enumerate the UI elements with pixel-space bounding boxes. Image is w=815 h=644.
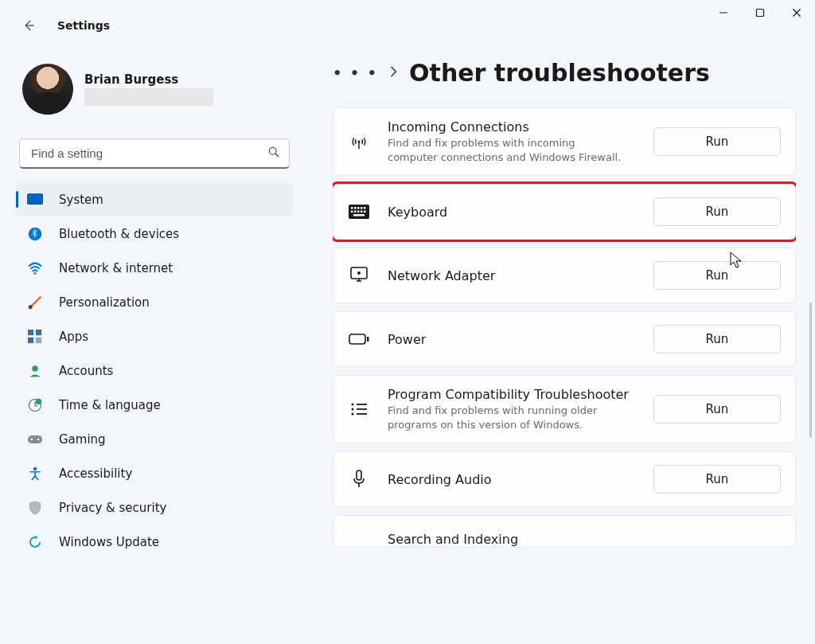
nav-item-accessibility[interactable]: Accessibility bbox=[16, 457, 293, 490]
svg-point-43 bbox=[352, 404, 354, 406]
card-title: Recording Audio bbox=[388, 472, 636, 487]
keyboard-icon bbox=[348, 205, 370, 219]
svg-rect-34 bbox=[361, 211, 363, 213]
svg-point-18 bbox=[36, 398, 42, 404]
troubleshooter-list: Incoming Connections Find and fix proble… bbox=[333, 107, 796, 548]
svg-point-16 bbox=[32, 365, 38, 372]
bluetooth-icon bbox=[27, 226, 43, 242]
nav-label: Gaming bbox=[59, 432, 106, 447]
run-button[interactable]: Run bbox=[653, 261, 781, 290]
card-title: Keyboard bbox=[388, 205, 636, 220]
card-title: Network Adapter bbox=[388, 268, 636, 283]
svg-point-11 bbox=[29, 305, 33, 309]
search-icon bbox=[267, 146, 280, 162]
titlebar bbox=[705, 0, 815, 38]
svg-rect-13 bbox=[36, 330, 41, 335]
profile-block[interactable]: Brian Burgess bbox=[16, 57, 293, 131]
run-button[interactable]: Run bbox=[653, 395, 781, 423]
nav-label: Accounts bbox=[59, 364, 113, 378]
troubleshooter-incoming-connections: Incoming Connections Find and fix proble… bbox=[333, 107, 796, 176]
app-title: Settings bbox=[57, 19, 110, 32]
svg-rect-1 bbox=[757, 10, 764, 17]
svg-rect-35 bbox=[364, 211, 366, 213]
run-button[interactable]: Run bbox=[653, 465, 781, 494]
nav-label: Apps bbox=[59, 330, 88, 344]
svg-rect-27 bbox=[354, 207, 357, 209]
svg-point-5 bbox=[269, 147, 276, 154]
nav-item-time[interactable]: Time & language bbox=[16, 388, 293, 421]
svg-rect-36 bbox=[353, 214, 365, 217]
nav-item-accounts[interactable]: Accounts bbox=[16, 354, 293, 387]
troubleshooter-power: Power Run bbox=[333, 311, 796, 367]
breadcrumb-more[interactable]: • • • bbox=[333, 64, 378, 81]
nav-label: Time & language bbox=[59, 398, 161, 412]
svg-rect-15 bbox=[36, 337, 41, 342]
nav-item-gaming[interactable]: Gaming bbox=[16, 423, 293, 455]
close-button[interactable] bbox=[778, 0, 815, 25]
search-wrap bbox=[19, 139, 290, 169]
troubleshooter-recording-audio: Recording Audio Run bbox=[333, 451, 796, 507]
maximize-button[interactable] bbox=[742, 0, 778, 25]
search-input[interactable] bbox=[19, 139, 290, 169]
fade-mask bbox=[333, 636, 796, 644]
svg-rect-33 bbox=[357, 211, 360, 213]
nav-item-bluetooth[interactable]: Bluetooth & devices bbox=[16, 217, 293, 250]
svg-rect-49 bbox=[357, 470, 361, 480]
nav-item-privacy[interactable]: Privacy & security bbox=[16, 491, 293, 524]
mic-icon bbox=[348, 470, 370, 489]
nav-label: Personalization bbox=[59, 295, 150, 310]
accessibility-icon bbox=[27, 466, 43, 482]
svg-point-9 bbox=[29, 227, 42, 240]
person-icon bbox=[27, 363, 43, 379]
minimize-button[interactable] bbox=[705, 0, 742, 25]
nav-item-system[interactable]: System bbox=[16, 183, 293, 216]
card-desc: Find and fix problems with running older… bbox=[388, 404, 626, 431]
svg-rect-42 bbox=[367, 337, 369, 342]
card-title: Power bbox=[388, 332, 636, 347]
back-button[interactable] bbox=[16, 13, 41, 38]
list-icon bbox=[348, 402, 370, 416]
sidebar: Brian Burgess System Bluetooth & devices… bbox=[16, 57, 293, 558]
svg-rect-41 bbox=[349, 334, 365, 344]
system-icon bbox=[27, 192, 43, 208]
nav-label: Network & internet bbox=[59, 261, 173, 275]
page-title: Other troubleshooters bbox=[409, 59, 710, 87]
troubleshooter-keyboard: Keyboard Run bbox=[333, 184, 796, 240]
battery-icon bbox=[348, 333, 370, 345]
troubleshooter-search-indexing: Search and Indexing bbox=[333, 515, 796, 548]
card-title: Program Compatibility Troubleshooter bbox=[388, 387, 636, 402]
scrollbar[interactable] bbox=[809, 302, 812, 438]
svg-line-6 bbox=[275, 154, 279, 157]
profile-name: Brian Burgess bbox=[84, 72, 213, 87]
nav-label: System bbox=[59, 193, 103, 207]
avatar bbox=[22, 64, 73, 115]
svg-point-47 bbox=[352, 413, 354, 416]
card-title: Incoming Connections bbox=[388, 119, 636, 135]
svg-point-20 bbox=[31, 438, 33, 440]
nav-label: Privacy & security bbox=[59, 501, 166, 515]
app-header: Settings bbox=[16, 13, 110, 38]
nav-item-apps[interactable]: Apps bbox=[16, 320, 293, 353]
nav-item-personalization[interactable]: Personalization bbox=[16, 286, 293, 318]
svg-rect-31 bbox=[351, 211, 353, 213]
svg-rect-14 bbox=[28, 337, 33, 342]
run-button[interactable]: Run bbox=[653, 197, 781, 226]
nav-label: Bluetooth & devices bbox=[59, 227, 179, 241]
nav-label: Accessibility bbox=[59, 466, 132, 481]
card-title: Search and Indexing bbox=[388, 532, 781, 547]
troubleshooter-program-compatibility: Program Compatibility Troubleshooter Fin… bbox=[333, 375, 796, 443]
svg-point-40 bbox=[357, 271, 361, 275]
svg-point-22 bbox=[33, 466, 37, 470]
svg-point-21 bbox=[37, 438, 40, 440]
run-button[interactable]: Run bbox=[653, 127, 781, 156]
svg-rect-12 bbox=[28, 330, 33, 335]
nav-item-network[interactable]: Network & internet bbox=[16, 252, 293, 284]
page-header: • • • Other troubleshooters bbox=[333, 59, 796, 87]
nav-item-update[interactable]: Windows Update bbox=[16, 525, 293, 558]
monitor-network-icon bbox=[348, 267, 370, 284]
svg-rect-32 bbox=[354, 211, 357, 213]
card-desc: Find and fix problems with incoming comp… bbox=[388, 136, 626, 164]
troubleshooter-network-adapter: Network Adapter Run bbox=[333, 248, 796, 303]
run-button[interactable]: Run bbox=[653, 325, 781, 353]
svg-rect-29 bbox=[361, 207, 363, 209]
